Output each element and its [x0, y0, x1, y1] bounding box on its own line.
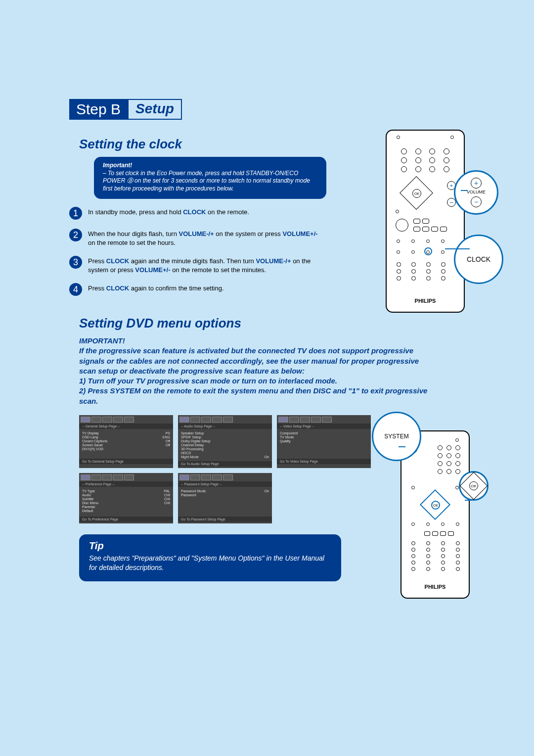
tip-box: Tip See chapters "Preparations" and "Sys… [79, 534, 341, 581]
screen-row: Component [280, 431, 368, 435]
screen-row: 3D Processing [181, 447, 269, 451]
ok-button: OK [412, 189, 421, 198]
screen-title: -- Audio Setup Page -- [178, 424, 272, 429]
screen-row: DIVX(R) VOD [82, 447, 170, 451]
section2-important-body: If the progressive scan feature is activ… [79, 346, 435, 406]
step-number: 1 [69, 207, 82, 220]
screen-row: Password [181, 493, 269, 497]
screen-title: -- Preference Page -- [79, 481, 173, 487]
menu-screen: -- Video Setup Page --ComponentTV ModeQu… [277, 415, 371, 468]
important-head: Important! [103, 162, 317, 169]
volume-minus-icon: − [471, 196, 482, 207]
step-number: 2 [69, 229, 82, 241]
step-text: Press CLOCK again to confirm the time se… [88, 284, 224, 293]
step-row: 3Press CLOCK again and the minute digits… [69, 257, 326, 274]
menu-screen: -- Password Setup Page --Password ModeOn… [178, 473, 272, 523]
clock-callout: CLOCK [454, 235, 503, 284]
menu-screen: -- Audio Setup Page --Speaker SetupSPDIF… [178, 415, 272, 468]
screen-row: Quality [280, 439, 368, 443]
screen-row: TV Mode [280, 435, 368, 439]
screen-title: -- Password Setup Page -- [178, 481, 272, 487]
ok-callout: OK [459, 471, 489, 501]
step-badge: Step B [69, 99, 128, 120]
volume-callout: + VOLUME − [454, 170, 498, 215]
screen-footer: Go To Video Setup Page [277, 459, 371, 464]
step-text: In standby mode, press and hold CLOCK on… [88, 208, 249, 217]
step-row: 2When the hour digits flash, turn VOLUME… [69, 230, 326, 247]
screen-row: AudioCHI [82, 493, 170, 497]
step-row: 4Press CLOCK again to confirm the time s… [69, 284, 326, 296]
screen-footer: Go To General Setup Page [79, 459, 173, 464]
remote-control-2: OK PHILIPS SYSTEM OK [400, 430, 470, 599]
screen-row: Channel Delay [181, 443, 269, 447]
menu-screen: -- General Setup Page --TV DisplayPSOSD … [79, 415, 173, 468]
screen-footer: Go To Password Setup Page [178, 517, 272, 522]
screen-row: HDCD [181, 451, 269, 455]
screen-row: Night ModeOn [181, 455, 269, 459]
brand-logo-2: PHILIPS [406, 584, 464, 590]
important-body: – To set clock in the Eco Power mode, pr… [103, 170, 317, 192]
screen-row: OSD LangENG [82, 435, 170, 439]
section2-title: Setting DVD menu options [79, 316, 465, 331]
screen-title: -- General Setup Page -- [79, 424, 173, 429]
screen-row: Disc MenuCHI [82, 501, 170, 505]
screen-row: TV DisplayPS [82, 431, 170, 435]
menu-screen: -- Preference Page --TV TypePALAudioCHIS… [79, 473, 173, 523]
screen-row: Password ModeOn [181, 489, 269, 493]
ok-callout-label: OK [469, 481, 478, 490]
tip-head: Tip [89, 540, 331, 552]
step-text: When the hour digits flash, turn VOLUME-… [88, 230, 326, 247]
remote-control-1: OK + − [386, 130, 465, 313]
brand-logo: PHILIPS [392, 298, 459, 304]
system-callout-label: SYSTEM [384, 433, 408, 440]
system-callout: SYSTEM [372, 412, 421, 461]
section2-important-head: IMPORTANT! [79, 336, 435, 346]
screen-row: Speaker Setup [181, 431, 269, 435]
screen-footer: Go To Audio Setup Page [178, 461, 272, 467]
important-box: Important! – To set clock in the Eco Pow… [94, 157, 326, 199]
volume-plus-icon: + [471, 178, 482, 189]
step-text: Press CLOCK again and the minute digits … [88, 257, 326, 274]
screen-row: SubtitleCHI [82, 497, 170, 501]
screen-row: SPDIF Setup [181, 435, 269, 439]
screen-row: Dolby Digital Setup [181, 439, 269, 443]
screen-row: Parental [82, 505, 170, 509]
clock-callout-label: CLOCK [467, 255, 490, 263]
screen-row: Default [82, 509, 170, 513]
volume-callout-label: VOLUME [467, 189, 486, 194]
screen-row: TV TypePAL [82, 489, 170, 493]
step-label: Setup [128, 99, 182, 120]
step-row: 1In standby mode, press and hold CLOCK o… [69, 208, 326, 220]
step-header: Step B Setup [69, 99, 182, 120]
screen-row: Closed CaptionsOff [82, 439, 170, 443]
step-number: 3 [69, 256, 82, 269]
screen-title: -- Video Setup Page -- [277, 424, 371, 429]
screen-footer: Go To Preference Page [79, 517, 173, 522]
screen-row: Screen SaverOff [82, 443, 170, 447]
step-number: 4 [69, 283, 82, 296]
tip-body: See chapters "Preparations" and "System … [89, 554, 331, 572]
